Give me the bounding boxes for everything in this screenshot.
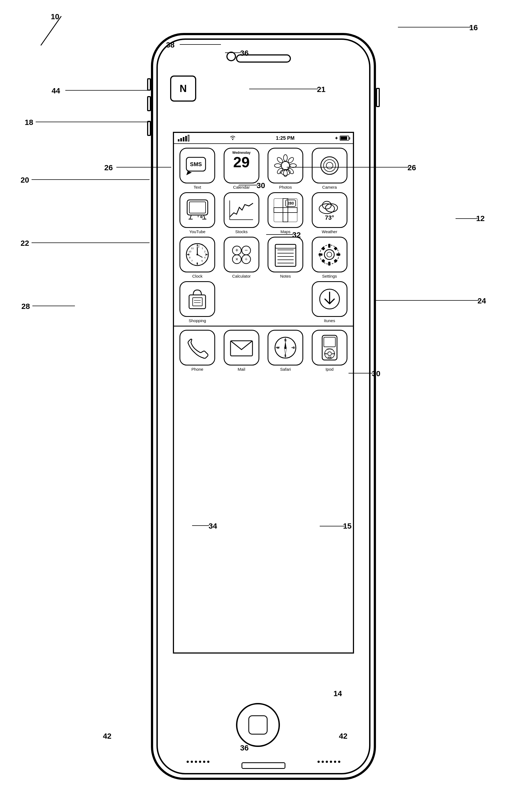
svg-rect-81 xyxy=(193,298,202,306)
app-item-settings[interactable]: Settings xyxy=(309,237,350,278)
svg-point-98 xyxy=(284,347,287,349)
svg-rect-76 xyxy=(334,246,337,250)
signal-bars xyxy=(178,135,190,142)
app-icon-text[interactable]: SMS xyxy=(180,148,215,184)
app-icon-camera[interactable] xyxy=(312,148,347,184)
svg-text:+: + xyxy=(235,247,239,253)
svg-point-69 xyxy=(325,250,334,260)
svg-text:7: 7 xyxy=(191,260,193,262)
svg-point-5 xyxy=(284,155,287,161)
dock-label-safari: Safari xyxy=(280,367,291,372)
svg-rect-27 xyxy=(274,207,297,213)
app-item-shopping[interactable]: Shopping xyxy=(177,281,218,323)
silent-switch[interactable] xyxy=(147,78,151,91)
app-icon-photos[interactable] xyxy=(268,148,303,184)
app-item-calendar[interactable]: Wednesday 29 Calendar xyxy=(221,148,262,189)
power-button[interactable] xyxy=(376,88,380,107)
app-label-maps: Maps xyxy=(281,229,291,234)
app-item-empty2 xyxy=(265,281,306,323)
app-item-photos[interactable]: Photos xyxy=(265,148,306,189)
battery-icon xyxy=(340,136,349,141)
bluetooth-icon: ✦ xyxy=(334,136,338,141)
svg-marker-3 xyxy=(186,171,192,175)
svg-text:1: 1 xyxy=(202,247,203,250)
app-icon-clock[interactable]: 12 6 9 3 1 2 4 5 11 10 xyxy=(180,237,215,272)
app-label-shopping: Shopping xyxy=(189,318,206,323)
dock-item-mail[interactable]: Mail xyxy=(221,330,262,372)
label-26-left: 26 xyxy=(104,163,113,172)
app-icon-weather[interactable]: 73° xyxy=(312,192,347,228)
label-30-cal: 30 xyxy=(257,181,265,190)
app-item-weather[interactable]: 73° Weather xyxy=(309,192,350,234)
svg-text:9: 9 xyxy=(188,253,190,256)
app-icon-youtube[interactable] xyxy=(180,192,215,228)
app-label-youtube: YouTube xyxy=(190,229,206,234)
headphone-jack xyxy=(226,52,236,61)
app-item-itunes[interactable]: Itunes xyxy=(309,281,350,323)
app-item-notes[interactable]: Notes xyxy=(265,237,306,278)
label-18: 18 xyxy=(25,118,33,127)
weather-temp: 73° xyxy=(325,214,334,221)
volume-down-button[interactable] xyxy=(147,121,151,136)
app-icon-mail[interactable] xyxy=(224,330,259,365)
dock: Phone Mail xyxy=(177,327,350,372)
app-item-stocks[interactable]: Stocks xyxy=(221,192,262,234)
label-42-left: 42 xyxy=(103,732,111,741)
dock-item-phone[interactable]: Phone xyxy=(177,330,218,372)
app-icon-notes[interactable] xyxy=(268,237,303,272)
app-icon-shopping[interactable] xyxy=(180,281,215,317)
bottom-connector xyxy=(241,762,285,769)
label-26-right: 26 xyxy=(408,163,416,172)
svg-text:5: 5 xyxy=(201,260,203,262)
svg-rect-68 xyxy=(275,244,296,248)
label-32: 32 xyxy=(292,231,301,240)
svg-point-14 xyxy=(323,160,336,172)
label-36-top: 36 xyxy=(240,49,248,58)
svg-point-4 xyxy=(281,161,289,170)
dock-item-safari[interactable]: N S W E Safari xyxy=(265,330,306,372)
dock-label-phone: Phone xyxy=(192,367,203,372)
svg-rect-73 xyxy=(319,253,322,256)
app-icon-safari[interactable]: N S W E xyxy=(268,330,303,365)
app-label-clock: Clock xyxy=(192,274,202,278)
status-bar: 1:25 PM ✦ xyxy=(174,133,353,144)
svg-rect-72 xyxy=(328,262,330,265)
svg-marker-97 xyxy=(284,348,287,354)
app-grid: SMS Text Wednesday 29 Calendar xyxy=(174,144,353,374)
app-icon-settings[interactable] xyxy=(312,237,347,272)
app-item-camera[interactable]: Camera xyxy=(309,148,350,189)
app-item-youtube[interactable]: YouTube xyxy=(177,192,218,234)
svg-text:280: 280 xyxy=(287,201,294,205)
app-icon-calendar[interactable]: Wednesday 29 xyxy=(224,148,259,184)
svg-text:2: 2 xyxy=(204,250,206,253)
svg-text:11: 11 xyxy=(191,247,194,250)
status-right: ✦ xyxy=(334,136,349,141)
app-icon-stocks[interactable] xyxy=(224,192,259,228)
svg-text:E: E xyxy=(293,346,295,349)
app-icon-maps[interactable]: 280 xyxy=(268,192,303,228)
app-icon-calculator[interactable]: + − × ÷ xyxy=(224,237,259,272)
svg-point-0 xyxy=(232,139,233,140)
app-item-calculator[interactable]: + − × ÷ Calculator xyxy=(221,237,262,278)
svg-text:MENU: MENU xyxy=(327,348,332,350)
app-item-maps[interactable]: 280 Maps xyxy=(265,192,306,234)
app-item-empty1 xyxy=(221,281,262,323)
wifi-icon xyxy=(229,135,236,142)
home-button-inner xyxy=(248,715,268,735)
app-icon-phone[interactable] xyxy=(180,330,215,365)
app-item-clock[interactable]: 12 6 9 3 1 2 4 5 11 10 xyxy=(177,237,218,278)
app-label-stocks: Stocks xyxy=(235,229,247,234)
svg-text:4: 4 xyxy=(204,256,206,259)
app-item-text[interactable]: SMS Text xyxy=(177,148,218,189)
dock-item-ipod[interactable]: MENU ▶▮▮ ◀◀ ▶▶ Ipod xyxy=(309,330,350,372)
app-label-weather: Weather xyxy=(322,229,337,234)
svg-rect-78 xyxy=(334,259,337,262)
home-button-outer[interactable] xyxy=(236,703,280,747)
app-icon-itunes[interactable] xyxy=(312,281,347,317)
app-icon-ipod[interactable]: MENU ▶▮▮ ◀◀ ▶▶ xyxy=(312,330,347,365)
svg-rect-74 xyxy=(336,253,340,256)
app-label-settings: Settings xyxy=(322,274,337,278)
volume-up-button[interactable] xyxy=(147,96,151,111)
speaker-grille-left xyxy=(186,760,209,763)
label-16: 16 xyxy=(469,23,478,32)
